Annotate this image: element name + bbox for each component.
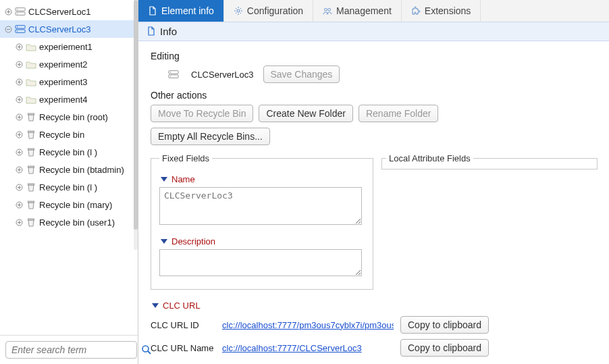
copy-url-name-button[interactable]: Copy to clipboard [400, 339, 489, 357]
expand-icon[interactable] [15, 113, 23, 121]
tree-node-label: Recycle bin (mary) [39, 200, 112, 210]
tree-node-label: experiment2 [39, 59, 88, 70]
tree-node-label: CLCServerLoc3 [28, 24, 91, 34]
tab-extensions[interactable]: Extensions [402, 0, 481, 22]
tree-node[interactable]: Recycle bin [0, 126, 138, 143]
expand-icon[interactable] [15, 60, 23, 68]
expand-icon[interactable] [15, 218, 23, 226]
doc-icon [148, 6, 157, 16]
tab-label: Element info [161, 5, 214, 16]
tree-node[interactable]: Recycle bin (user1) [0, 213, 138, 231]
tree-node[interactable]: Recycle bin (btadmin) [0, 161, 138, 178]
expand-icon[interactable] [15, 78, 23, 86]
other-actions-label: Other actions [151, 90, 598, 101]
svg-point-12 [17, 30, 18, 31]
tree-node-label: Recycle bin (l ) [39, 182, 97, 192]
tree-node[interactable]: experiement1 [0, 38, 138, 55]
tab-label: Configuration [247, 5, 303, 16]
description-input[interactable] [159, 249, 362, 276]
tree-node[interactable]: CLCServerLoc3 [0, 20, 138, 38]
create-folder-button[interactable]: Create New Folder [259, 105, 353, 122]
copy-url-id-button[interactable]: Copy to clipboard [400, 316, 489, 334]
expand-icon[interactable] [15, 130, 23, 138]
svg-rect-28 [28, 113, 34, 115]
bin-icon [26, 130, 36, 139]
expand-icon[interactable] [15, 183, 23, 191]
svg-rect-48 [28, 201, 34, 203]
clc-url-id-label: CLC URL ID [151, 320, 215, 330]
tab-label: Management [336, 5, 392, 16]
tree-node[interactable]: Recycle bin (mary) [0, 196, 138, 213]
tree-node[interactable]: Recycle bin (l ) [0, 143, 138, 161]
clc-url-name-label: CLC URL Name [151, 343, 215, 353]
bin-icon [26, 112, 36, 122]
svg-rect-44 [28, 184, 34, 185]
tree-node-label: Recycle bin (root) [39, 112, 108, 122]
tree-node-label: experiment4 [39, 95, 88, 105]
doc-icon [147, 26, 156, 36]
svg-point-6 [17, 13, 18, 14]
tree-node[interactable]: Recycle bin (l ) [0, 178, 138, 196]
svg-line-54 [148, 351, 151, 354]
folder-icon [26, 95, 36, 104]
tree-node[interactable]: experiment3 [0, 73, 138, 90]
bin-icon [26, 147, 36, 157]
clc-url-name-link[interactable]: clc://localhost:7777/CLCServerLoc3 [222, 343, 394, 353]
svg-point-55 [237, 9, 240, 12]
svg-point-56 [325, 8, 327, 11]
chevron-down-icon[interactable] [161, 177, 167, 182]
name-field-label: Name [171, 174, 195, 184]
name-input[interactable] [159, 187, 362, 225]
folder-icon [26, 42, 36, 51]
tree-node-label: Recycle bin (l ) [39, 147, 97, 157]
svg-point-11 [17, 26, 18, 27]
fixed-fields: Fixed Fields Name Description [151, 153, 373, 290]
tab-configuration[interactable]: Configuration [224, 0, 313, 22]
expand-icon[interactable] [15, 95, 23, 103]
move-recycle-button[interactable]: Move To Recycle Bin [151, 105, 253, 122]
expand-icon[interactable] [15, 43, 23, 51]
tree-node-label: experiment3 [39, 77, 88, 87]
tab-label: Extensions [425, 5, 471, 16]
clc-url-section-label: CLC URL [163, 301, 201, 311]
tab-management[interactable]: Management [313, 0, 402, 22]
folder-icon [26, 59, 36, 69]
expand-icon[interactable] [15, 165, 23, 174]
expand-icon[interactable] [15, 148, 23, 156]
tree-node-label: Recycle bin (user1) [39, 217, 115, 228]
tree-node[interactable]: CLCServerLoc1 [0, 3, 138, 20]
empty-recycle-button[interactable]: Empty All Recycle Bins... [151, 128, 270, 145]
tree-node[interactable]: Recycle bin (root) [0, 108, 138, 126]
rename-folder-button[interactable]: Rename Folder [359, 105, 439, 122]
svg-point-5 [17, 9, 18, 9]
chevron-down-icon[interactable] [152, 303, 159, 308]
tree-node[interactable]: experiment4 [0, 90, 138, 108]
tree-node-label: Recycle bin (btadmin) [39, 165, 124, 175]
tab-element-info[interactable]: Element info [138, 0, 224, 22]
scrollbar[interactable] [134, 0, 138, 250]
save-button[interactable]: Save Changes [263, 66, 340, 83]
search-input[interactable] [5, 341, 137, 359]
fixed-fields-legend: Fixed Fields [159, 153, 212, 163]
chevron-down-icon[interactable] [161, 239, 167, 244]
description-field-label: Description [171, 236, 215, 246]
expand-icon[interactable] [15, 201, 23, 209]
svg-rect-52 [28, 219, 34, 220]
gear-icon [234, 6, 243, 16]
expand-icon[interactable] [4, 7, 12, 16]
search-icon[interactable] [141, 344, 152, 356]
bin-icon [26, 217, 36, 227]
clc-url-id-link[interactable]: clc://localhost:7777/pm3ous7cyblx7i/pm3o… [222, 320, 394, 330]
svg-point-61 [170, 76, 171, 76]
bin-icon [26, 200, 36, 209]
collapse-icon[interactable] [4, 25, 12, 33]
svg-point-53 [142, 346, 149, 352]
users-icon [323, 6, 332, 16]
folder-icon [26, 77, 36, 86]
local-fields-legend: Local Attribute Fields [386, 153, 473, 163]
editing-name: CLCServerLoc3 [191, 70, 254, 80]
info-header: Info [160, 26, 177, 37]
local-attribute-fields: Local Attribute Fields [381, 153, 598, 170]
tree-node[interactable]: experiment2 [0, 55, 138, 73]
server-icon [15, 24, 26, 34]
